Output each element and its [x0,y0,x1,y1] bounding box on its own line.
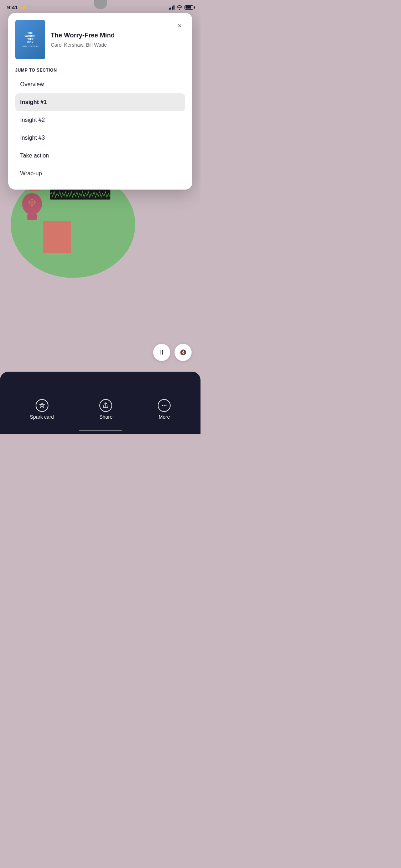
home-indicator [79,430,122,431]
modal-overlay: THEWORRY-FREEMIND TRAIN YOUR BRAIN The W… [0,0,200,434]
close-button[interactable]: × [174,20,185,31]
nav-item-overview[interactable]: Overview [15,76,186,93]
book-cover-subtitle: TRAIN YOUR BRAIN [22,45,38,47]
nav-item-wrap-up[interactable]: Wrap-up [15,165,186,182]
modal-card: THEWORRY-FREEMIND TRAIN YOUR BRAIN The W… [8,13,193,190]
section-header: JUMP TO SECTION [15,68,186,73]
nav-item-insight2[interactable]: Insight #2 [15,111,186,129]
book-cover: THEWORRY-FREEMIND TRAIN YOUR BRAIN [15,20,45,59]
modal-header: THEWORRY-FREEMIND TRAIN YOUR BRAIN The W… [15,20,186,59]
book-author: Carol Kershaw, Bill Wade [51,42,186,48]
book-title: The Worry-Free Mind [51,31,186,40]
nav-list: Overview Insight #1 Insight #2 Insight #… [15,76,186,182]
nav-item-take-action[interactable]: Take action [15,147,186,165]
book-info: The Worry-Free Mind Carol Kershaw, Bill … [51,31,186,47]
nav-item-insight3[interactable]: Insight #3 [15,129,186,147]
book-cover-title: THEWORRY-FREEMIND [25,32,35,44]
nav-item-insight1[interactable]: Insight #1 [15,93,186,111]
drag-handle[interactable] [94,0,107,9]
